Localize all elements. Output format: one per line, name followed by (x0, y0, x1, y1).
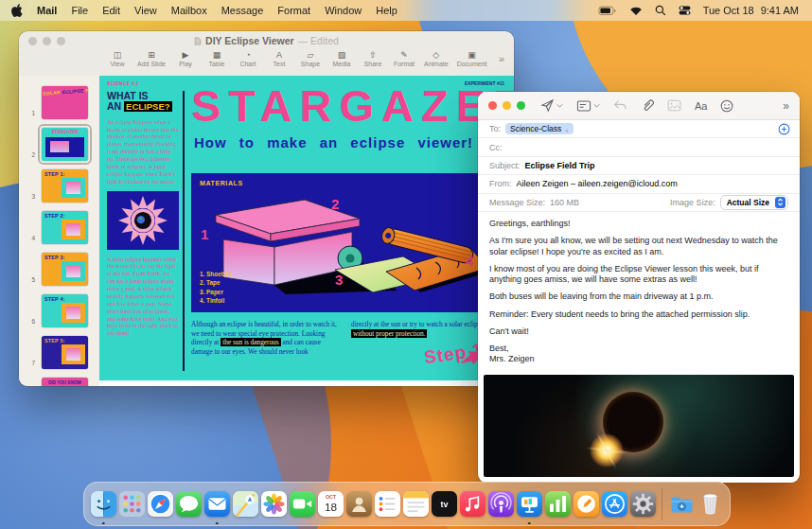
send-chevron-icon[interactable] (556, 103, 563, 109)
menu-item-edit[interactable]: Edit (102, 5, 120, 16)
slide-thumbnail[interactable]: STEP 2: (42, 211, 88, 244)
dock-item-appstore[interactable] (602, 482, 627, 526)
format-button[interactable]: Aa (695, 100, 707, 112)
to-field[interactable]: To: Science-Class⌄ (478, 120, 800, 138)
minimize-button[interactable] (43, 37, 51, 45)
from-value: Aileen Zeigen – aileen.zeigen@icloud.com (517, 179, 678, 188)
toolbar-animate[interactable]: ◇Animate (424, 50, 449, 67)
keynote-toolbar-items: ◫View⊞Add Slide▶Play▦Table◔ChartAText▱Sh… (106, 50, 496, 67)
dock-item-safari[interactable] (148, 482, 173, 526)
slide-canvas[interactable]: SCIENCE 4.2 EXPERIMENT #11 WHAT IS AN EC… (99, 76, 514, 386)
dock-item-messages[interactable] (176, 482, 202, 526)
dock-item-downloads[interactable] (669, 482, 695, 526)
toolbar-shape[interactable]: ▱Shape (299, 50, 322, 67)
dock-item-calendar[interactable]: OCT18 (318, 482, 344, 526)
toolbar-chart[interactable]: ◔Chart (237, 50, 259, 67)
toolbar-play[interactable]: ▶Play (174, 50, 197, 67)
dock-item-trash[interactable] (697, 482, 723, 526)
cc-field[interactable]: Cc: (478, 138, 800, 156)
menu-item-format[interactable]: Format (277, 5, 310, 16)
toolbar-format[interactable]: ✎Format (393, 50, 415, 67)
menu-item-mailbox[interactable]: Mailbox (171, 5, 207, 16)
dock-item-photos[interactable] (261, 482, 287, 526)
toolbar-add-slide[interactable]: ⊞Add Slide (137, 50, 166, 67)
slide-thumbnail[interactable]: STEP 1: (42, 169, 88, 203)
recipient-token[interactable]: Science-Class⌄ (505, 123, 574, 134)
dock-item-appletv[interactable]: tv (432, 482, 457, 526)
dock-item-numbers[interactable] (545, 482, 571, 526)
toolbar-document[interactable]: ▣Document (457, 50, 487, 67)
from-label: From: (489, 179, 512, 188)
minimize-button[interactable] (503, 101, 511, 110)
message-body[interactable]: Greetings, earthlings!As I'm sure you al… (489, 219, 788, 373)
dock-item-pages[interactable] (574, 482, 599, 526)
dock-item-facetime[interactable] (290, 482, 315, 526)
toolbar-view[interactable]: ◫View (106, 50, 129, 67)
dock-item-settings[interactable] (630, 482, 656, 526)
toolbar-label: Format (394, 61, 415, 67)
menu-clock[interactable]: Tue Oct 18 9:41 AM (703, 5, 799, 16)
toolbar-overflow-chevron[interactable]: » (499, 53, 504, 64)
from-field[interactable]: From: Aileen Zeigen – aileen.zeigen@iclo… (478, 175, 800, 193)
add-recipient-button[interactable] (778, 123, 790, 137)
dock-item-finder[interactable] (91, 482, 116, 526)
search-icon[interactable] (655, 5, 666, 16)
battery-icon[interactable] (598, 6, 617, 16)
mail-toolbar: Aa » (478, 92, 800, 120)
format-icon: ✎ (400, 50, 408, 60)
header-fields-chevron-icon[interactable] (593, 103, 600, 109)
slide-thumbnail[interactable]: STARGAZER (42, 128, 88, 161)
menu-item-message[interactable]: Message (221, 5, 264, 16)
toolbar-overflow-chevron[interactable]: » (783, 99, 789, 113)
send-button[interactable] (540, 98, 563, 113)
header-fields-button[interactable] (576, 99, 600, 113)
toolbar-share[interactable]: ⇧Share (362, 50, 384, 67)
control-center-icon[interactable] (679, 5, 691, 16)
menu-app-name[interactable]: Mail (37, 5, 57, 16)
zoom-button[interactable] (57, 37, 65, 45)
wifi-icon[interactable] (629, 6, 643, 16)
emoji-icon[interactable] (720, 99, 733, 113)
dock-item-podcasts[interactable] (488, 482, 514, 526)
materials-list-item: 1. Shoebox (200, 270, 232, 279)
materials-list: 1. Shoebox2. Tape3. Paper4. Tinfoil (200, 270, 232, 306)
svg-text:tv: tv (440, 500, 448, 509)
dock-item-notes[interactable] (403, 482, 429, 526)
apple-menu-icon[interactable] (11, 4, 23, 17)
table-icon: ▦ (213, 50, 221, 60)
image-size-select[interactable]: Actual Size (720, 195, 788, 210)
slide-number: 7 (25, 360, 38, 373)
close-button[interactable] (488, 101, 497, 110)
attach-icon[interactable] (641, 98, 654, 113)
dock-item-keynote[interactable] (517, 482, 542, 526)
menu-items: FileEditViewMailboxMessageFormatWindowHe… (71, 5, 397, 16)
menu-item-window[interactable]: Window (325, 5, 362, 16)
close-button[interactable] (28, 37, 37, 45)
menu-item-file[interactable]: File (71, 5, 88, 16)
thumbnail-materials-box (45, 137, 84, 157)
slide-thumbnail[interactable]: STEP 3: (42, 253, 88, 286)
slide-thumbnail[interactable]: STEP 5: (42, 336, 88, 369)
dock-item-music[interactable] (460, 482, 485, 526)
dock-divider (662, 488, 662, 520)
dock-item-launchpad[interactable] (119, 482, 145, 526)
menu-item-view[interactable]: View (134, 5, 157, 16)
slide-thumbnail[interactable]: STEP 4: (42, 294, 88, 327)
dock-item-maps[interactable] (233, 482, 258, 526)
zoom-button[interactable] (517, 101, 525, 110)
toolbar-text[interactable]: AText (268, 50, 291, 67)
cc-label: Cc: (489, 143, 503, 152)
eclipse-photo-attachment[interactable] (484, 375, 794, 477)
dock-item-contacts[interactable] (346, 482, 372, 526)
subject-field[interactable]: Subject: Eclipse Field Trip (478, 157, 800, 175)
slide-thumbnail[interactable]: DID YOU KNOW (42, 378, 88, 386)
dock-item-mail[interactable] (204, 482, 230, 526)
slide-body-left: Although an eclipse is beautiful, in ord… (191, 320, 338, 357)
slide-thumbnail[interactable]: SOLARECLIPSEFIELDTRIP (42, 86, 88, 119)
menu-item-help[interactable]: Help (376, 5, 397, 16)
dock-item-reminders[interactable] (375, 482, 400, 526)
play-icon: ▶ (183, 50, 189, 60)
token-chevron-icon: ⌄ (564, 126, 569, 132)
toolbar-table[interactable]: ▦Table (205, 50, 228, 67)
toolbar-media[interactable]: ▨Media (330, 50, 353, 67)
